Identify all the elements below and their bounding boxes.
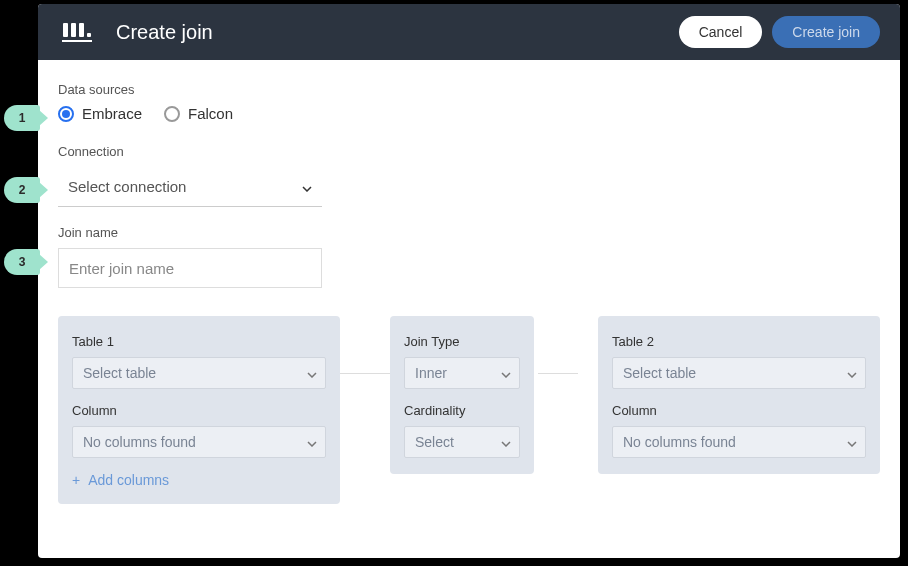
callout-1: 1: [4, 105, 40, 131]
radio-falcon-label: Falcon: [188, 105, 233, 122]
table2-column-select[interactable]: No columns found: [612, 426, 866, 458]
join-name-label: Join name: [58, 225, 880, 240]
callout-3: 3: [4, 249, 40, 275]
table1-column-select[interactable]: No columns found: [72, 426, 326, 458]
chevron-down-icon: [501, 365, 511, 381]
connection-select[interactable]: Select connection: [58, 167, 322, 207]
connection-label: Connection: [58, 144, 880, 159]
modal-body: Data sources Embrace Falcon Connection S…: [38, 60, 900, 524]
cardinality-select[interactable]: Select: [404, 426, 520, 458]
join-type-panel: Join Type Inner Cardinality Select: [390, 316, 534, 474]
table1-column-label: Column: [72, 403, 326, 418]
chevron-down-icon: [307, 434, 317, 450]
modal-header: Create join Cancel Create join: [38, 4, 900, 60]
create-join-modal: Create join Cancel Create join Data sour…: [38, 4, 900, 558]
data-sources-label: Data sources: [58, 82, 880, 97]
cancel-button[interactable]: Cancel: [679, 16, 763, 48]
table2-title: Table 2: [612, 334, 866, 349]
table1-select[interactable]: Select table: [72, 357, 326, 389]
cardinality-label: Cardinality: [404, 403, 520, 418]
app-logo-icon: [62, 23, 92, 42]
radio-embrace-label: Embrace: [82, 105, 142, 122]
table1-title: Table 1: [72, 334, 326, 349]
chevron-down-icon: [501, 434, 511, 450]
plus-icon: +: [72, 473, 80, 487]
connector-line: [538, 373, 578, 374]
callout-2: 2: [4, 177, 40, 203]
table2-panel: Table 2 Select table Column No columns f…: [598, 316, 880, 474]
radio-falcon[interactable]: Falcon: [164, 105, 233, 122]
chevron-down-icon: [307, 365, 317, 381]
table1-panel: Table 1 Select table Column No columns f…: [58, 316, 340, 504]
join-name-input[interactable]: [58, 248, 322, 288]
create-join-button[interactable]: Create join: [772, 16, 880, 48]
radio-icon: [164, 106, 180, 122]
connector-line: [338, 373, 398, 374]
radio-embrace[interactable]: Embrace: [58, 105, 142, 122]
add-columns-link[interactable]: + Add columns: [72, 472, 326, 488]
chevron-down-icon: [847, 365, 857, 381]
join-type-select[interactable]: Inner: [404, 357, 520, 389]
table2-column-label: Column: [612, 403, 866, 418]
modal-title: Create join: [116, 21, 679, 44]
chevron-down-icon: [847, 434, 857, 450]
radio-icon: [58, 106, 74, 122]
join-type-label: Join Type: [404, 334, 520, 349]
table2-select[interactable]: Select table: [612, 357, 866, 389]
